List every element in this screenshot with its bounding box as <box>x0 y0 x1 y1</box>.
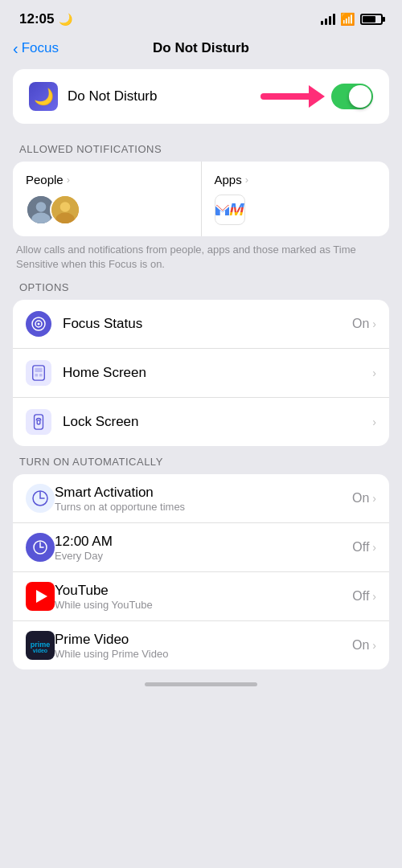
people-cell[interactable]: People › <box>13 162 202 236</box>
home-screen-value-row: › <box>372 366 376 379</box>
moon-status-icon: 🌙 <box>59 13 72 26</box>
nav-bar: ‹ Focus Do Not Disturb <box>0 34 402 66</box>
youtube-subtitle: While using YouTube <box>55 599 352 611</box>
smart-activation-row[interactable]: Smart Activation Turns on at opportune t… <box>13 474 389 523</box>
smart-activation-value: On <box>352 491 369 506</box>
clock-icon <box>26 533 55 562</box>
time-value-row: Off › <box>352 540 376 555</box>
youtube-text: YouTube While using YouTube <box>55 583 352 611</box>
status-icons: 📶 <box>321 12 383 27</box>
battery-icon <box>360 14 383 25</box>
people-avatars <box>26 194 188 225</box>
apps-title: Apps <box>215 173 242 186</box>
toggle-knob <box>349 85 371 108</box>
auto-header: TURN ON AUTOMATICALLY <box>13 456 389 468</box>
avatar-2 <box>50 194 80 225</box>
apps-chevron-icon: › <box>245 174 248 186</box>
auto-card: Smart Activation Turns on at opportune t… <box>13 474 389 669</box>
svg-point-2 <box>31 213 50 225</box>
svg-point-1 <box>36 202 47 212</box>
prime-video-value-row: On › <box>352 638 376 653</box>
svg-point-5 <box>55 213 74 225</box>
smart-activation-subtitle: Turns on at opportune times <box>55 501 352 513</box>
focus-status-label: Focus Status <box>63 316 352 332</box>
back-chevron-icon: ‹ <box>13 40 18 56</box>
svg-rect-14 <box>35 415 43 429</box>
main-content: 🌙 Do Not Disturb ALLOWED NOTIFICATIONS P… <box>0 69 402 669</box>
prime-video-title: Prime Video <box>55 632 352 648</box>
time-value: Off <box>352 540 369 555</box>
dnd-toggle[interactable] <box>331 84 373 109</box>
prime-video-row[interactable]: prime video Prime Video While using Prim… <box>13 621 389 669</box>
home-screen-icon <box>26 360 51 386</box>
lock-screen-label: Lock Screen <box>63 414 372 430</box>
status-bar: 12:05 🌙 📶 <box>0 0 402 34</box>
people-title: People <box>26 173 64 186</box>
focus-status-icon <box>26 311 51 337</box>
dnd-moon-icon: 🌙 <box>29 82 58 111</box>
prime-video-chevron-icon: › <box>372 639 376 652</box>
dnd-left: 🌙 Do Not Disturb <box>29 82 157 111</box>
lock-screen-chevron-icon: › <box>372 416 376 428</box>
time-row[interactable]: 12:00 AM Every Day Off › <box>13 523 389 572</box>
page-title: Do Not Disturb <box>153 40 249 56</box>
prime-video-value: On <box>352 638 369 653</box>
options-header: OPTIONS <box>13 281 389 293</box>
svg-point-4 <box>60 202 71 212</box>
lock-screen-value-row: › <box>372 416 376 428</box>
people-chevron-icon: › <box>67 174 70 186</box>
home-screen-row[interactable]: Home Screen › <box>13 349 389 398</box>
dnd-label: Do Not Disturb <box>68 88 157 104</box>
back-label: Focus <box>22 40 59 56</box>
wifi-icon: 📶 <box>340 12 355 27</box>
smart-activation-text: Smart Activation Turns on at opportune t… <box>55 485 352 513</box>
smart-activation-icon <box>26 484 55 513</box>
signal-icon <box>321 14 335 25</box>
prime-video-subtitle: While using Prime Video <box>55 648 352 660</box>
youtube-chevron-icon: › <box>372 590 376 603</box>
lock-screen-icon <box>26 409 51 435</box>
smart-activation-value-row: On › <box>352 491 376 506</box>
options-card: Focus Status On › Home Screen › <box>13 300 389 446</box>
youtube-row[interactable]: YouTube While using YouTube Off › <box>13 572 389 621</box>
smart-activation-title: Smart Activation <box>55 485 352 501</box>
svg-rect-12 <box>35 374 38 377</box>
svg-rect-11 <box>35 368 42 372</box>
home-screen-label: Home Screen <box>63 365 372 381</box>
youtube-value-row: Off › <box>352 589 376 604</box>
time-subtitle: Every Day <box>55 550 352 562</box>
arrow-indicator <box>260 85 325 108</box>
smart-activation-chevron-icon: › <box>372 492 376 505</box>
home-indicator <box>145 682 257 686</box>
focus-status-chevron-icon: › <box>372 317 376 330</box>
lock-screen-row[interactable]: Lock Screen › <box>13 398 389 446</box>
back-button[interactable]: ‹ Focus <box>13 40 59 56</box>
dnd-card: 🌙 Do Not Disturb <box>13 69 389 124</box>
prime-video-icon: prime video <box>26 631 55 660</box>
youtube-icon <box>26 582 55 611</box>
focus-status-value: On <box>352 317 369 331</box>
focus-status-value-row: On › <box>352 317 376 331</box>
time-text: 12:00 AM Every Day <box>55 534 352 562</box>
svg-rect-15 <box>37 421 40 425</box>
gmail-icon: M <box>215 194 245 225</box>
focus-status-row[interactable]: Focus Status On › <box>13 300 389 349</box>
notifications-description: Allow calls and notifications from peopl… <box>13 243 389 272</box>
svg-rect-13 <box>39 374 43 377</box>
apps-cell[interactable]: Apps › M <box>202 162 390 236</box>
svg-point-9 <box>38 323 40 326</box>
home-screen-chevron-icon: › <box>372 366 376 379</box>
time-title: 12:00 AM <box>55 534 352 550</box>
youtube-title: YouTube <box>55 583 352 599</box>
status-time: 12:05 <box>19 11 54 27</box>
allowed-notifications-header: ALLOWED NOTIFICATIONS <box>13 143 389 155</box>
notifications-card: People › <box>13 162 389 236</box>
time-chevron-icon: › <box>372 541 376 554</box>
svg-text:video: video <box>33 648 47 653</box>
youtube-value: Off <box>352 589 369 604</box>
svg-rect-10 <box>33 366 45 380</box>
prime-video-text: Prime Video While using Prime Video <box>55 632 352 660</box>
